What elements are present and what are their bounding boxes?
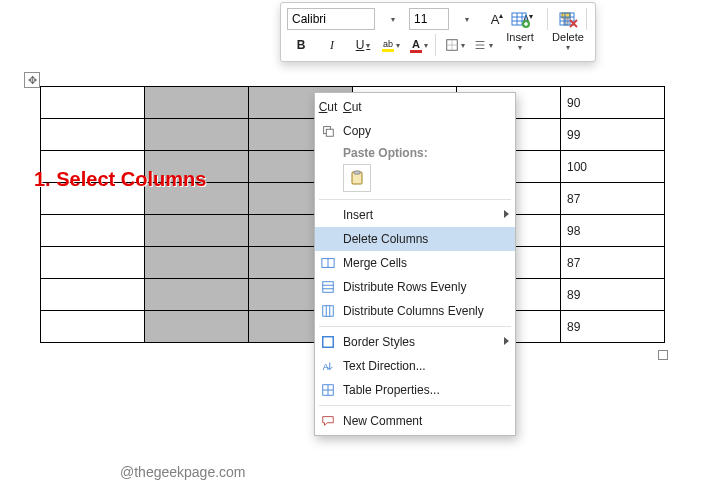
table-move-handle[interactable]: ✥: [24, 72, 40, 88]
ctx-separator: [319, 199, 511, 200]
bold-icon: B: [297, 38, 306, 52]
table-properties-icon: [319, 381, 337, 399]
ctx-paste-options-label: Paste Options:: [315, 143, 515, 162]
ctx-insert[interactable]: Insert: [315, 203, 515, 227]
ctx-text-direction[interactable]: A Text Direction...: [315, 354, 515, 378]
italic-icon: I: [330, 38, 334, 53]
ctx-paste-keep-source[interactable]: [343, 164, 371, 192]
submenu-arrow-icon: [504, 210, 509, 218]
table-cell[interactable]: [41, 87, 145, 119]
table-cell[interactable]: 89: [561, 311, 665, 343]
ctx-paste-options: [315, 162, 515, 196]
ctx-cut-label-hotkey: C: [343, 100, 352, 114]
mini-toolbar: ▾ ▾ A▴ A▾ B I U▾ ab ▾ A ▾: [280, 2, 596, 62]
font-color-bar: [410, 50, 422, 53]
table-cell[interactable]: [41, 215, 145, 247]
ctx-distribute-rows[interactable]: Distribute Rows Evenly: [315, 275, 515, 299]
table-cell-selected[interactable]: [145, 119, 249, 151]
align-button[interactable]: ▾: [469, 33, 494, 57]
cut-icon: Cut: [319, 98, 337, 116]
svg-rect-6: [323, 282, 334, 293]
svg-rect-12: [323, 337, 334, 348]
chevron-down-icon: ▾: [489, 41, 493, 50]
font-name-input[interactable]: [287, 8, 375, 30]
table-cell[interactable]: 87: [561, 247, 665, 279]
chevron-down-icon: ▾: [366, 41, 370, 50]
svg-rect-9: [323, 306, 334, 317]
table-cell-selected[interactable]: [145, 87, 249, 119]
chevron-down-icon: ▾: [396, 41, 400, 50]
ctx-separator: [319, 326, 511, 327]
blank-icon: [319, 206, 337, 224]
table-cell[interactable]: 87: [561, 183, 665, 215]
distribute-cols-icon: [319, 302, 337, 320]
table-cell-selected[interactable]: [145, 183, 249, 215]
cell-value: 98: [561, 220, 664, 242]
bold-button[interactable]: B: [287, 33, 315, 57]
table-cell[interactable]: [41, 311, 145, 343]
ctx-new-comment-label: New Comment: [343, 414, 422, 428]
underline-button[interactable]: U▾: [349, 33, 374, 57]
ctx-border-styles-label: Border Styles: [343, 335, 415, 349]
blank-icon: [319, 230, 337, 248]
font-size-input[interactable]: [409, 8, 449, 30]
table-cell-selected[interactable]: [145, 247, 249, 279]
chevron-down-icon: ▾: [424, 41, 428, 50]
ctx-separator: [319, 405, 511, 406]
ctx-copy[interactable]: Copy: [315, 119, 515, 143]
font-color-icon: A: [412, 38, 420, 50]
italic-button[interactable]: I: [318, 33, 346, 57]
table-cell[interactable]: [41, 183, 145, 215]
svg-rect-1: [326, 129, 333, 136]
ctx-new-comment[interactable]: New Comment: [315, 409, 515, 433]
table-cell[interactable]: [41, 119, 145, 151]
table-cell[interactable]: [41, 247, 145, 279]
ctx-merge-cells[interactable]: Merge Cells: [315, 251, 515, 275]
font-color-button[interactable]: A ▾: [405, 33, 430, 57]
ctx-copy-label: Copy: [343, 124, 371, 138]
ctx-distribute-cols[interactable]: Distribute Columns Evenly: [315, 299, 515, 323]
submenu-arrow-icon: [504, 337, 509, 345]
ctx-delete-columns[interactable]: Delete Columns: [315, 227, 515, 251]
ctx-distribute-rows-label: Distribute Rows Evenly: [343, 280, 466, 294]
table-cell-selected[interactable]: [145, 279, 249, 311]
cell-value: 89: [561, 284, 664, 306]
ctx-table-properties[interactable]: Table Properties...: [315, 378, 515, 402]
table-cell[interactable]: 98: [561, 215, 665, 247]
table-cell-selected[interactable]: [145, 151, 249, 183]
toolbar-separator: [435, 34, 436, 56]
table-cell[interactable]: 90: [561, 87, 665, 119]
font-size-dropdown[interactable]: ▾: [452, 7, 480, 31]
align-icon: [473, 38, 487, 52]
insert-button[interactable]: Insert ▾: [497, 7, 543, 55]
cell-value: 90: [561, 92, 664, 114]
delete-table-icon: [558, 10, 578, 30]
svg-rect-3: [354, 171, 360, 174]
ctx-border-styles[interactable]: Border Styles: [315, 330, 515, 354]
table-resize-handle[interactable]: [658, 350, 668, 360]
table-cell[interactable]: 89: [561, 279, 665, 311]
chevron-down-icon: ▾: [461, 41, 465, 50]
borders-button[interactable]: ▾: [441, 33, 466, 57]
border-styles-icon: [319, 333, 337, 351]
chevron-down-icon: ▾: [391, 15, 395, 24]
cell-value: 89: [561, 316, 664, 338]
svg-text:A: A: [323, 362, 329, 372]
merge-cells-icon: [319, 254, 337, 272]
copy-icon: [319, 122, 337, 140]
delete-button[interactable]: Delete ▾: [545, 7, 591, 55]
cell-value: 87: [561, 252, 664, 274]
table-cell-selected[interactable]: [145, 215, 249, 247]
ctx-distribute-cols-label: Distribute Columns Evenly: [343, 304, 484, 318]
table-cell[interactable]: [41, 151, 145, 183]
table-cell[interactable]: 100: [561, 151, 665, 183]
context-menu: Cut Cut Copy Paste Options: Insert Delet…: [314, 92, 516, 436]
table-cell[interactable]: [41, 279, 145, 311]
ctx-cut[interactable]: Cut Cut: [315, 95, 515, 119]
highlight-button[interactable]: ab ▾: [377, 33, 402, 57]
table-cell-selected[interactable]: [145, 311, 249, 343]
font-name-dropdown[interactable]: ▾: [378, 7, 406, 31]
table-cell[interactable]: 99: [561, 119, 665, 151]
ctx-cut-label-rest: t: [358, 100, 361, 114]
insert-table-icon: [510, 10, 530, 30]
